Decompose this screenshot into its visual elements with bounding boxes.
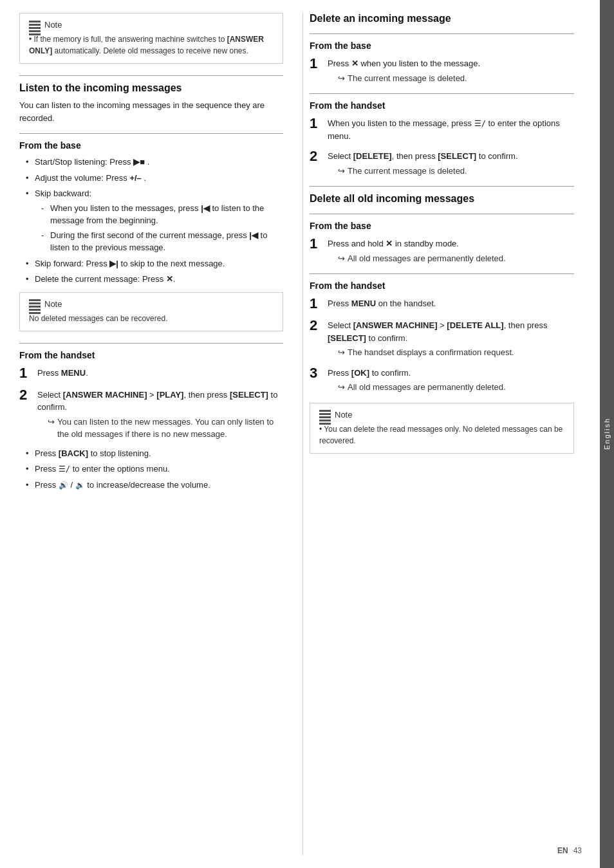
note-icon-3 bbox=[319, 410, 331, 419]
del-handset-step-num-2: 2 bbox=[310, 149, 328, 164]
del-all-handset-title: From the handset bbox=[310, 281, 574, 291]
del-all-base-step-1: 1 Press and hold ✕ in standby mode. ↪ Al… bbox=[310, 236, 574, 264]
listen-desc: You can listen to the incoming messages … bbox=[19, 99, 283, 124]
arrow-icon-3: ↪ bbox=[338, 165, 345, 178]
note-header-2: Note bbox=[29, 299, 274, 309]
note-bullet-1: • If the memory is full, the answering m… bbox=[29, 35, 264, 55]
note-content-1: • If the memory is full, the answering m… bbox=[29, 33, 274, 57]
note-label-1: Note bbox=[44, 20, 62, 30]
handset-bullet-list: Press [BACK] to stop listening. Press ☰/… bbox=[19, 447, 283, 492]
base-bullet-item-2: Adjust the volume: Press +/– . bbox=[26, 172, 283, 185]
right-column: Delete an incoming message From the base… bbox=[302, 13, 574, 855]
step-2-result: ↪ You can listen to the new messages. Yo… bbox=[37, 416, 283, 441]
del-handset-step-1: 1 When you listen to the message, press … bbox=[310, 116, 574, 142]
del-all-base-step-content-1: Press and hold ✕ in standby mode. ↪ All … bbox=[328, 236, 574, 264]
del-all-handset-result-2: ↪ The handset displays a confirmation re… bbox=[328, 346, 574, 359]
note-box-2: Note No deleted messages can be recovere… bbox=[19, 292, 283, 331]
note-bullet-3: You can delete the read messages only. N… bbox=[319, 425, 563, 445]
divider-handset-1 bbox=[19, 343, 283, 344]
note-header-1: Note bbox=[29, 20, 274, 30]
divider-del-base bbox=[310, 33, 574, 34]
del-all-base-result-1: ↪ All old messages are permanently delet… bbox=[328, 252, 574, 265]
del-all-handset-step-num-2: 2 bbox=[310, 318, 328, 333]
del-base-step-num-1: 1 bbox=[310, 56, 328, 71]
page-number: 43 bbox=[573, 846, 582, 855]
delete-incoming-section: Delete an incoming message From the base… bbox=[310, 13, 574, 177]
del-handset-step-content-1: When you listen to the message, press ☰/… bbox=[328, 116, 574, 142]
arrow-icon-4: ↪ bbox=[338, 252, 345, 265]
step-content-1: Press MENU. bbox=[37, 365, 283, 380]
handset-bullet-3: Press 🔊 / 🔉 to increase/decrease the vol… bbox=[26, 479, 283, 492]
del-all-handset-step-content-3: Press [OK] to confirm. ↪ All old message… bbox=[328, 365, 574, 394]
delete-all-title: Delete all old incoming messages bbox=[310, 193, 574, 205]
arrow-text-6: All old messages are permanently deleted… bbox=[348, 381, 506, 394]
note-box-1: Note • If the memory is full, the answer… bbox=[19, 13, 283, 64]
arrow-icon-5: ↪ bbox=[338, 346, 345, 359]
page: English Note • If the memory is full, th… bbox=[0, 0, 614, 868]
del-handset-step-2: 2 Select [DELETE], then press [SELECT] t… bbox=[310, 149, 574, 177]
base-bullet-item-1: Start/Stop listening: Press ▶■ . bbox=[26, 156, 283, 169]
del-from-handset-title: From the handset bbox=[310, 100, 574, 111]
base-bullet-item-5: Delete the current message: Press ✕. bbox=[26, 273, 283, 286]
divider-listen bbox=[19, 75, 283, 76]
en-label: EN bbox=[557, 846, 568, 855]
arrow-text-2: The current message is deleted. bbox=[348, 72, 467, 85]
arrow-icon-1: ↪ bbox=[48, 416, 55, 429]
note-content-3: • You can delete the read messages only.… bbox=[319, 423, 564, 447]
del-base-step-content-1: Press ✕ when you listen to the message. … bbox=[328, 56, 574, 84]
del-handset-step-num-1: 1 bbox=[310, 116, 328, 131]
base-bullet-item-3: Skip backward: When you listen to the me… bbox=[26, 187, 283, 254]
divider-del-handset bbox=[310, 93, 574, 94]
handset-bullet-1: Press [BACK] to stop listening. bbox=[26, 447, 283, 460]
sub-bullet-2: During the first second of the current m… bbox=[41, 229, 283, 254]
note-label-3: Note bbox=[335, 410, 352, 420]
handset-bullet-2: Press ☰/ to enter the options menu. bbox=[26, 463, 283, 476]
step-num-2: 2 bbox=[19, 387, 37, 403]
del-all-handset-step-num-3: 3 bbox=[310, 365, 328, 381]
del-all-base-title: From the base bbox=[310, 221, 574, 231]
del-from-base-title: From the base bbox=[310, 41, 574, 51]
handset-step-2: 2 Select [ANSWER MACHINE] > [PLAY], then… bbox=[19, 387, 283, 441]
arrow-text-1: You can listen to the new messages. You … bbox=[57, 416, 283, 441]
divider-base-1 bbox=[19, 133, 283, 134]
arrow-icon-2: ↪ bbox=[338, 72, 345, 85]
del-all-handset-step-2: 2 Select [ANSWER MACHINE] > [DELETE ALL]… bbox=[310, 318, 574, 359]
del-all-handset-step-1: 1 Press MENU on the handset. bbox=[310, 296, 574, 311]
del-handset-step-content-2: Select [DELETE], then press [SELECT] to … bbox=[328, 149, 574, 177]
main-content: Note • If the memory is full, the answer… bbox=[0, 0, 600, 868]
divider-del-all bbox=[310, 186, 574, 187]
note-content-2: No deleted messages can be recovered. bbox=[29, 313, 274, 324]
base-bullet-item-4: Skip forward: Press ▶| to skip to the ne… bbox=[26, 257, 283, 270]
divider-del-all-base bbox=[310, 214, 574, 214]
del-all-handset-step-content-2: Select [ANSWER MACHINE] > [DELETE ALL], … bbox=[328, 318, 574, 359]
del-base-step-1: 1 Press ✕ when you listen to the message… bbox=[310, 56, 574, 84]
side-tab-label: English bbox=[603, 418, 611, 450]
del-all-handset-step-content-1: Press MENU on the handset. bbox=[328, 296, 574, 310]
handset-step-1: 1 Press MENU. bbox=[19, 365, 283, 381]
step-num-1: 1 bbox=[19, 365, 37, 381]
from-base-title-1: From the base bbox=[19, 140, 283, 151]
arrow-icon-6: ↪ bbox=[338, 381, 345, 394]
del-all-handset-step-3: 3 Press [OK] to confirm. ↪ All old messa… bbox=[310, 365, 574, 394]
arrow-text-5: The handset displays a confirmation requ… bbox=[348, 346, 514, 359]
delete-incoming-title: Delete an incoming message bbox=[310, 13, 574, 24]
delete-all-section: Delete all old incoming messages From th… bbox=[310, 186, 574, 454]
del-base-result-1: ↪ The current message is deleted. bbox=[328, 72, 574, 85]
sub-bullet-list: When you listen to the messages, press |… bbox=[35, 202, 283, 254]
step-content-2: Select [ANSWER MACHINE] > [PLAY], then p… bbox=[37, 387, 283, 441]
del-all-base-step-num-1: 1 bbox=[310, 236, 328, 252]
from-handset-title-1: From the handset bbox=[19, 350, 283, 360]
divider-del-all-handset bbox=[310, 273, 574, 274]
note-bullet-2: No deleted messages can be recovered. bbox=[29, 314, 167, 323]
del-all-handset-step-num-1: 1 bbox=[310, 296, 328, 311]
arrow-text-3: The current message is deleted. bbox=[348, 165, 467, 178]
page-footer: EN 43 bbox=[557, 846, 582, 855]
sub-bullet-1: When you listen to the messages, press |… bbox=[41, 202, 283, 227]
left-column: Note • If the memory is full, the answer… bbox=[19, 13, 302, 855]
del-all-handset-result-3: ↪ All old messages are permanently delet… bbox=[328, 381, 574, 394]
note-label-2: Note bbox=[44, 299, 62, 309]
note-header-3: Note bbox=[319, 410, 564, 420]
del-handset-result-2: ↪ The current message is deleted. bbox=[328, 165, 574, 178]
arrow-text-4: All old messages are permanently deleted… bbox=[348, 252, 506, 265]
note-icon-1 bbox=[29, 21, 41, 30]
